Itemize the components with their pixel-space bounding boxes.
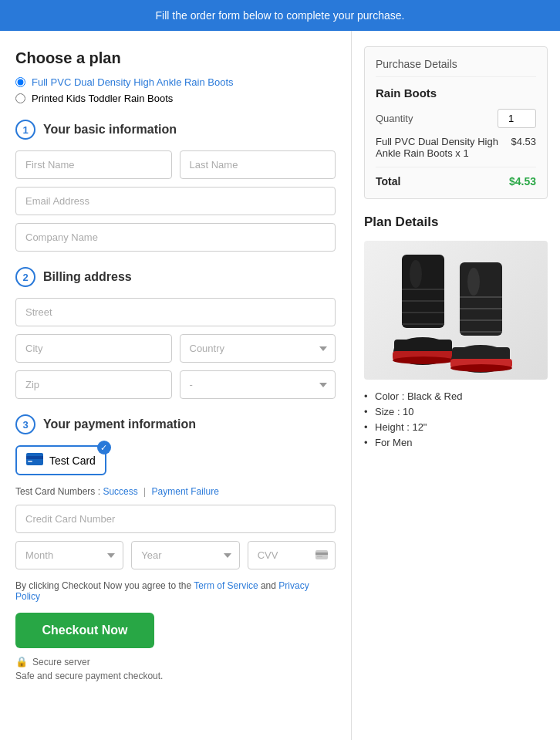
- check-icon: ✓: [97, 441, 111, 454]
- payment-header: 3 Your payment information: [15, 414, 336, 434]
- step-number-1: 1: [15, 120, 35, 140]
- credit-card-icon: [26, 453, 43, 468]
- email-input[interactable]: [15, 187, 336, 215]
- right-panel: Purchase Details Rain Boots Quantity Ful…: [352, 31, 560, 740]
- svg-rect-16: [460, 262, 502, 336]
- terms-text: By clicking Checkout Now you agree to th…: [15, 580, 336, 602]
- choose-plan-section: Choose a plan Full PVC Dual Density High…: [15, 49, 336, 104]
- plan-option-1[interactable]: Full PVC Dual Density High Ankle Rain Bo…: [15, 76, 336, 88]
- payment-title: Your payment information: [43, 417, 196, 431]
- first-name-input[interactable]: [15, 150, 172, 179]
- item-row: Full PVC Dual Density High Ankle Rain Bo…: [376, 136, 536, 167]
- test-card-failure-link[interactable]: Payment Failure: [152, 486, 219, 497]
- billing-section: 2 Billing address Country United States …: [15, 267, 336, 399]
- lock-icon: 🔒: [15, 656, 28, 667]
- svg-rect-5: [317, 556, 322, 557]
- total-row: Total $4.53: [376, 175, 536, 188]
- svg-point-11: [410, 260, 422, 288]
- banner-text: Fill the order form below to complete yo…: [156, 9, 405, 22]
- test-card-label: Test Card: [49, 454, 96, 467]
- month-select[interactable]: Month 01 - January 02 - February 03 - Ma…: [15, 541, 123, 569]
- product-specs: Color : Black & Red Size : 10 Height : 1…: [364, 390, 548, 448]
- spec-gender: For Men: [364, 437, 548, 448]
- basic-info-header: 1 Your basic information: [15, 120, 336, 140]
- purchase-details-title: Purchase Details: [376, 58, 536, 77]
- plan-option-2[interactable]: Printed Kids Toddler Rain Boots: [15, 93, 336, 104]
- plan-label-1: Full PVC Dual Density High Ankle Rain Bo…: [32, 76, 234, 88]
- svg-rect-4: [315, 552, 328, 555]
- svg-rect-6: [402, 255, 444, 328]
- company-input[interactable]: [15, 223, 336, 252]
- state-select[interactable]: -: [180, 370, 336, 399]
- terms-link[interactable]: Term of Service: [194, 580, 258, 591]
- checkout-button[interactable]: Checkout Now: [15, 613, 154, 648]
- spec-color: Color : Black & Red: [364, 390, 548, 402]
- step-number-3: 3: [15, 414, 35, 434]
- svg-point-10: [393, 356, 454, 364]
- quantity-label: Quantity: [376, 113, 413, 124]
- company-row: [15, 223, 336, 252]
- item-name: Full PVC Dual Density High Ankle Rain Bo…: [376, 136, 511, 159]
- year-select[interactable]: Year 2024 2025 2026 2027 2028: [131, 541, 239, 569]
- terms-mid: and: [261, 580, 278, 591]
- safe-label: Safe and secure payment checkout.: [15, 671, 336, 681]
- billing-title: Billing address: [43, 270, 132, 284]
- basic-info-section: 1 Your basic information: [15, 120, 336, 252]
- email-row: [15, 187, 336, 215]
- boots-image: [364, 241, 548, 380]
- quantity-input[interactable]: [498, 109, 536, 128]
- plan-details-section: Plan Details: [364, 215, 548, 448]
- credit-card-row: [15, 505, 336, 533]
- product-name: Rain Boots: [376, 86, 536, 100]
- plan-section-title: Choose a plan: [15, 49, 336, 67]
- plan-radio-2[interactable]: [15, 93, 25, 103]
- svg-point-20: [450, 364, 512, 372]
- plan-details-title: Plan Details: [364, 215, 548, 230]
- cvv-wrapper: [248, 541, 336, 569]
- svg-rect-1: [26, 456, 43, 459]
- left-panel: Choose a plan Full PVC Dual Density High…: [0, 31, 352, 740]
- plan-label-2: Printed Kids Toddler Rain Boots: [32, 93, 173, 104]
- plan-radio-1[interactable]: [15, 77, 25, 87]
- payment-section: 3 Your payment information ✓ Test Card T…: [15, 414, 336, 681]
- total-price: $4.53: [509, 175, 536, 188]
- test-card-numbers: Test Card Numbers : Success | Payment Fa…: [15, 486, 336, 497]
- svg-rect-2: [28, 461, 32, 462]
- test-card-success-link[interactable]: Success: [103, 486, 137, 497]
- svg-point-21: [467, 268, 480, 296]
- step-number-2: 2: [15, 267, 35, 287]
- street-input[interactable]: [15, 298, 336, 326]
- test-card-prefix: Test Card Numbers :: [15, 486, 100, 497]
- quantity-row: Quantity: [376, 109, 536, 128]
- spec-size: Size : 10: [364, 406, 548, 417]
- zip-state-row: -: [15, 370, 336, 399]
- purchase-details-box: Purchase Details Rain Boots Quantity Ful…: [364, 46, 548, 199]
- zip-input[interactable]: [15, 370, 172, 399]
- secure-label: Secure server: [32, 657, 90, 667]
- credit-card-input[interactable]: [15, 505, 336, 533]
- billing-header: 2 Billing address: [15, 267, 336, 287]
- boots-svg: [371, 243, 541, 378]
- expiry-cvv-row: Month 01 - January 02 - February 03 - Ma…: [15, 541, 336, 569]
- total-label: Total: [376, 175, 400, 188]
- basic-info-title: Your basic information: [43, 123, 177, 137]
- name-row: [15, 150, 336, 179]
- test-card-option[interactable]: ✓ Test Card: [15, 445, 106, 475]
- secure-server-row: 🔒 Secure server: [15, 656, 336, 667]
- item-price: $4.53: [511, 136, 536, 159]
- country-select[interactable]: Country United States United Kingdom Can…: [180, 334, 336, 363]
- street-row: [15, 298, 336, 326]
- last-name-input[interactable]: [180, 150, 336, 179]
- cvv-card-icon: [315, 549, 328, 562]
- city-input[interactable]: [15, 334, 172, 363]
- terms-prefix: By clicking Checkout Now you agree to th…: [15, 580, 194, 591]
- top-banner: Fill the order form below to complete yo…: [0, 0, 560, 31]
- city-country-row: Country United States United Kingdom Can…: [15, 334, 336, 363]
- spec-height: Height : 12": [364, 421, 548, 433]
